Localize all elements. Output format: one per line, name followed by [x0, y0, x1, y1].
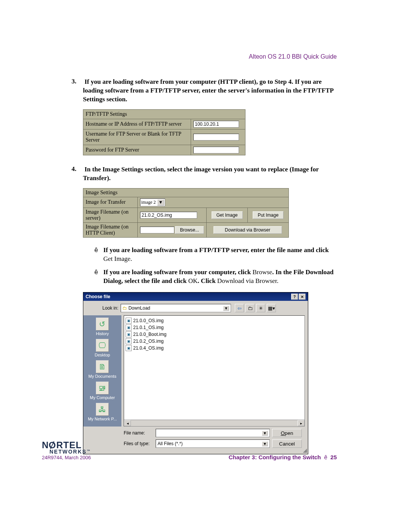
folder-icon: 🗀	[123, 305, 127, 311]
img-fname-http-label: Image Filename (on HTTP Client)	[83, 222, 138, 237]
step-3-text: If you are loading software from your co…	[83, 78, 333, 103]
ftp-row2-label: Password for FTP Server	[83, 145, 191, 155]
img-filename-http-input[interactable]	[140, 227, 174, 233]
places-bar: ↺History 🖵Desktop 🗎My Documents 🖳My Comp…	[83, 315, 121, 427]
bullet-mark-icon: ê	[94, 246, 98, 264]
dropdown-arrow-icon: ▼	[262, 431, 268, 436]
place-history[interactable]: ↺History	[96, 318, 109, 336]
place-network[interactable]: 🖧My Network P...	[88, 403, 117, 421]
ftp-password-input[interactable]	[193, 147, 239, 153]
step-4-text: In the Image Settings section, select th…	[83, 166, 319, 182]
choose-file-dialog: Choose file ? ✕ Look in: 🗀 DownLoad ▼ ⇦ …	[83, 292, 308, 454]
img-filename-server-input[interactable]	[140, 212, 197, 219]
ftp-row1-label: Username for FTP Server or Blank for TFT…	[83, 129, 191, 145]
footer-left: NØRTEL NETWORKS™ 24R9744, March 2006	[42, 441, 91, 460]
step-3: 3. If you are loading software from your…	[83, 78, 337, 155]
scroll-left-icon[interactable]: ◂	[124, 420, 131, 426]
ftp-hostname-input[interactable]	[193, 121, 239, 128]
bullet-1: ê If you are loading software from a FTP…	[94, 246, 337, 264]
step-3-num: 3.	[72, 78, 83, 85]
place-mycomputer[interactable]: 🖳My Computer	[90, 382, 115, 400]
file-item[interactable]: ▣21.0.0_OS.img	[126, 317, 303, 324]
step-4-num: 4.	[72, 165, 83, 173]
image-settings-table: Image Settings Image for Transfer image …	[83, 188, 289, 238]
dialog-titlebar: Choose file ? ✕	[83, 292, 308, 301]
dialog-title: Choose file	[86, 294, 110, 299]
scroll-right-icon[interactable]: ▸	[298, 420, 304, 426]
img-table-header: Image Settings	[83, 188, 289, 197]
file-item[interactable]: ▣21.0.2_OS.img	[126, 338, 303, 345]
filename-input[interactable]: ▼	[156, 429, 270, 437]
lookin-dropdown[interactable]: 🗀 DownLoad ▼	[121, 304, 231, 312]
ftp-username-input[interactable]	[193, 134, 239, 141]
nav-back-icon[interactable]: ⇦	[235, 304, 244, 312]
step-4: 4. In the Image Settings section, select…	[83, 165, 337, 455]
bullet-2: ê If you are loading software from your …	[94, 268, 337, 286]
file-listing[interactable]: ▣21.0.0_OS.img ▣21.0.1_OS.img ▣21.0.0_Bo…	[124, 315, 305, 427]
file-icon: ▣	[126, 324, 132, 331]
desktop-icon: 🖵	[96, 339, 109, 352]
computer-icon: 🖳	[96, 382, 109, 395]
file-icon: ▣	[126, 318, 132, 324]
browse-button[interactable]: Browse...	[175, 226, 204, 234]
download-via-browser-button[interactable]: Download via Browser	[213, 226, 282, 234]
documents-icon: 🗎	[96, 360, 109, 373]
ftp-settings-table: FTP/TFTP Settings Hostname or IP Address…	[83, 109, 245, 155]
file-icon: ▣	[126, 345, 132, 351]
get-image-button[interactable]: Get Image	[212, 211, 243, 219]
dropdown-arrow-icon: ▼	[223, 306, 229, 311]
dropdown-arrow-icon: ▼	[157, 199, 164, 206]
close-button[interactable]: ✕	[299, 294, 306, 300]
chapter-label: Chapter 3: Configuring the Switch ê 25	[229, 454, 337, 460]
open-button[interactable]: Open	[272, 429, 302, 437]
bullet-mark-icon: ê	[94, 268, 98, 286]
file-item[interactable]: ▣21.0.1_OS.img	[126, 324, 303, 331]
nav-newfolder-icon[interactable]: ✳	[256, 304, 265, 312]
file-icon: ▣	[126, 331, 132, 337]
nav-up-icon[interactable]: 🗀	[245, 304, 255, 312]
doc-title: Alteon OS 21.0 BBI Quick Guide	[42, 53, 337, 60]
filename-label: File name:	[124, 430, 153, 436]
img-fname-server-label: Image Filename (on server)	[83, 208, 138, 222]
help-button[interactable]: ?	[291, 294, 298, 300]
img-transfer-select[interactable]: image 2 ▼	[140, 198, 165, 206]
file-item[interactable]: ▣21.0.0_Boot.img	[126, 331, 303, 338]
place-mydocuments[interactable]: 🗎My Documents	[88, 360, 116, 379]
doc-id: 24R9744, March 2006	[42, 455, 91, 460]
place-desktop[interactable]: 🖵Desktop	[95, 339, 110, 357]
lookin-label: Look in:	[102, 305, 118, 311]
history-icon: ↺	[96, 318, 109, 331]
file-icon: ▣	[126, 338, 132, 344]
ftp-row0-label: Hostname or IP Address of FTP/TFTP serve…	[83, 119, 191, 129]
img-transfer-label: Image for Transfer	[83, 197, 138, 208]
nav-viewmenu-icon[interactable]: ▦▾	[267, 304, 276, 312]
ftp-table-header: FTP/TFTP Settings	[83, 109, 245, 119]
file-item[interactable]: ▣21.0.4_OS.img	[126, 345, 303, 351]
nortel-logo: NØRTEL NETWORKS™	[42, 441, 91, 454]
put-image-button[interactable]: Put Image	[253, 211, 284, 219]
network-icon: 🖧	[96, 403, 109, 416]
horizontal-scrollbar[interactable]: ◂▸	[124, 420, 304, 426]
